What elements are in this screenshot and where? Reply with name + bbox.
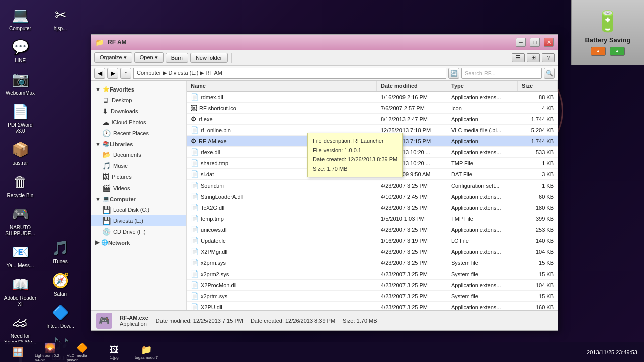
sidebar-item-downloads[interactable]: ⬇Downloads [91, 106, 186, 117]
sidebar-libraries-header[interactable]: ▼📚 Libraries [91, 139, 186, 149]
search-button[interactable]: 🔍 [544, 68, 555, 79]
desktop-icon-pdf2word[interactable]: 📄 PDF2Word v3.0 [2, 99, 38, 136]
desktop-icon-itunes[interactable]: 🎵 iTunes [42, 236, 78, 267]
file-icon: 📄 [191, 259, 199, 266]
file-icon: 📄 [191, 292, 199, 300]
window-minimize-button[interactable]: ─ [516, 38, 526, 47]
sidebar-item-desktop[interactable]: 🖥Desktop [91, 95, 186, 106]
file-row[interactable]: 📄StringLoaderA.dll 4/10/2007 2:45 PM App… [187, 191, 558, 202]
refresh-button[interactable]: 🔄 [448, 68, 459, 79]
explorer-window: 📁 RF AM ─ □ ✕ Organize ▾ Open ▾ Burn New… [91, 34, 558, 331]
file-icon: 📄 [191, 182, 199, 189]
file-row[interactable]: 📄Sound.ini 4/23/2007 3:25 PM Configurati… [187, 180, 558, 191]
desktop-icon-adobe[interactable]: 📖 Adobe Reader XI [2, 272, 38, 309]
desktop-icon-safari[interactable]: 🧭 Safari [42, 268, 78, 299]
view-details-button[interactable]: ☰ [512, 53, 525, 62]
file-row[interactable]: 📄unicows.dll 4/23/2007 3:25 PM Applicati… [187, 224, 558, 235]
file-row[interactable]: 📄Updater.lc 1/16/2007 3:19 PM LC File 14… [187, 235, 558, 246]
column-type[interactable]: Type [447, 81, 518, 91]
desktop-icon-recycle[interactable]: 🗑 Recycle Bin [2, 169, 38, 201]
taskbar: 🪟 🌄 Lightroom 5.2 64-bit 🔶 VLC media pla… [0, 342, 644, 362]
file-list-header: Name Date modified Type Size [187, 81, 558, 92]
forward-button[interactable]: ▶ [107, 68, 118, 79]
sidebar-item-cddrive[interactable]: 💿CD Drive (F:) [91, 226, 186, 237]
address-path[interactable]: Computer ▶ Diviesta (E:) ▶ RF AM [133, 68, 446, 79]
file-row[interactable]: 📄temp.tmp 1/5/2010 1:03 PM TMP File 399 … [187, 213, 558, 224]
file-row[interactable]: ⚙rf.exe 8/12/2013 2:47 PM Application 1,… [187, 114, 558, 125]
status-created: Date created: 12/26/2013 8:39 PM [251, 318, 335, 324]
desktop-icon-line[interactable]: 💬 LINE [2, 35, 38, 66]
status-info: RF-AM.exe Application [120, 315, 148, 327]
desktop-icon-naruto[interactable]: 🎮 NARUTO SHIPPUDE... [2, 202, 38, 239]
help-button[interactable]: ? [542, 53, 555, 62]
desktop-icon-computer[interactable]: 💻 Computer [2, 3, 38, 34]
desktop-icon-hjsplit[interactable]: ✂ hjsp... [42, 3, 78, 34]
file-row[interactable]: 📄rfexe.dll 12/31/2013 10:20 ... Applicat… [187, 147, 558, 158]
sidebar-computer-header[interactable]: ▼💻 Computer [91, 194, 186, 204]
sidebar-favorites-header[interactable]: ▼⭐ Favorites [91, 84, 186, 95]
taskbar-tugasmodul[interactable]: 📁 tugasmodul7 [131, 343, 162, 361]
file-list-body: 📄rdmex.dll 1/16/2009 2:16 PM Application… [187, 92, 558, 310]
sidebar-item-documents[interactable]: 📂Documents [91, 149, 186, 160]
file-row[interactable]: 📄x2prtm.sys 4/23/2007 3:25 PM System fil… [187, 291, 558, 302]
desktop-icon-uas[interactable]: 📦 uas.rar [2, 137, 38, 168]
file-icon: ⚙ [191, 115, 197, 123]
desktop-icon-webcammax[interactable]: 📷 WebcamMax [2, 67, 38, 98]
sidebar-item-pictures[interactable]: 🖼Pictures [91, 171, 186, 183]
battery-icon: 🔋 [595, 10, 620, 33]
taskbar-start-button[interactable]: 🪟 [3, 343, 33, 361]
window-maximize-button[interactable]: □ [530, 38, 540, 47]
file-row[interactable]: 🖼RF shortcut.ico 7/6/2007 2:57 PM Icon 4… [187, 103, 558, 114]
sidebar-item-icloud[interactable]: ☁iCloud Photos [91, 117, 186, 128]
file-row[interactable]: 📄TcX2G.dll 4/23/2007 3:25 PM Application… [187, 202, 558, 213]
search-box[interactable]: Search RF... [461, 68, 542, 79]
status-dates: Date modified: 12/25/2013 7:15 PM [156, 318, 243, 324]
back-button[interactable]: ◀ [94, 68, 105, 79]
explorer-sidebar: ▼⭐ Favorites 🖥Desktop ⬇Downloads ☁iCloud… [91, 81, 187, 310]
taskbar-1jpg[interactable]: 🖼 1.jpg [99, 343, 129, 361]
status-filename: RF-AM.exe [120, 315, 148, 321]
explorer-content: ▼⭐ Favorites 🖥Desktop ⬇Downloads ☁iCloud… [91, 81, 558, 310]
window-close-button[interactable]: ✕ [544, 38, 554, 47]
desktop-icon-yahoo[interactable]: 📧 Ya... Mess... [2, 240, 38, 271]
battery-off-button[interactable]: ● [591, 47, 606, 56]
file-icon: 📄 [191, 270, 199, 278]
file-row[interactable]: 📄sl.dat 11/29/2009 9:50 AM DAT File 3 KB [187, 169, 558, 180]
file-row[interactable]: 📄x2prm2.sys 4/23/2007 3:25 PM System fil… [187, 268, 558, 280]
taskbar-vlc[interactable]: 🔶 VLC media player [67, 343, 97, 361]
taskbar-time: 2013/11/25 23:49:53 [587, 349, 641, 355]
battery-on-button[interactable]: ● [610, 47, 625, 56]
file-row[interactable]: 📄x2prm.sys 4/23/2007 3:25 PM System file… [187, 257, 558, 268]
organize-button[interactable]: Organize ▾ [94, 52, 132, 63]
sidebar-item-recent[interactable]: 🕐Recent Places [91, 128, 186, 139]
sidebar-item-localdisk[interactable]: 💾Local Disk (C:) [91, 204, 186, 215]
file-row[interactable]: 📄shared.tmp 12/31/2013 10:20 ... TMP Fil… [187, 158, 558, 169]
view-options-button[interactable]: ⊞ [527, 53, 540, 62]
desktop-icon-intel[interactable]: 🔷 Inte... Dow... [42, 300, 78, 331]
file-icon: 📄 [191, 248, 199, 255]
burn-button[interactable]: Burn [166, 53, 188, 63]
status-date-created: Date created: 12/26/2013 8:39 PM [251, 318, 335, 324]
file-icon: 📄 [191, 193, 199, 200]
sidebar-network-header[interactable]: ▶🌐 Network [91, 237, 186, 248]
column-size[interactable]: Size [518, 81, 558, 91]
file-icon: 📄 [191, 281, 199, 289]
file-row[interactable]: 📄X2PMgr.dll 4/23/2007 3:25 PM Applicatio… [187, 246, 558, 257]
file-icon: 📄 [191, 226, 199, 233]
file-row[interactable]: 📄rdmex.dll 1/16/2009 2:16 PM Application… [187, 92, 558, 103]
new-folder-button[interactable]: New folder [190, 53, 228, 63]
column-name[interactable]: Name [187, 81, 377, 91]
open-button[interactable]: Open ▾ [134, 52, 164, 63]
file-row[interactable]: 📄X2PU.dll 4/23/2007 3:25 PM Application … [187, 302, 558, 310]
up-button[interactable]: ↑ [120, 68, 131, 79]
sidebar-item-videos[interactable]: 🎬Videos [91, 183, 186, 194]
column-modified[interactable]: Date modified [377, 81, 447, 91]
file-row[interactable]: 📄rf_online.bin 12/25/2013 7:18 PM VLC me… [187, 125, 558, 136]
status-bar: 🎮 RF-AM.exe Application Date modified: 1… [91, 310, 558, 330]
sidebar-item-music[interactable]: 🎵Music [91, 160, 186, 171]
sidebar-item-diviesta[interactable]: 💾Diviesta (E:) [91, 215, 186, 226]
file-row[interactable]: ⚙RF-AM.exe 12/25/2013 7:15 PM Applicatio… [187, 136, 558, 147]
status-date-modified: Date modified: 12/25/2013 7:15 PM [156, 318, 243, 324]
taskbar-lightroom[interactable]: 🌄 Lightroom 5.2 64-bit [35, 343, 65, 361]
file-row[interactable]: 📄X2ProcMon.dll 4/23/2007 3:25 PM Applica… [187, 280, 558, 291]
